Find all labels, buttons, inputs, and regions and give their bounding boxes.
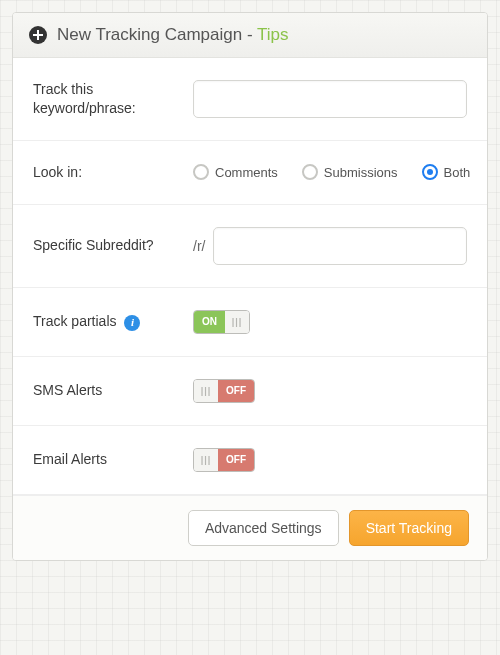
keyword-input[interactable] (193, 80, 467, 118)
plus-icon (29, 26, 47, 44)
toggle-off-label: OFF (218, 380, 254, 402)
row-look-in: Look in: Comments Submissions Both (13, 141, 487, 205)
sms-alerts-toggle[interactable]: ||| OFF (193, 379, 255, 403)
keyword-label: Track this keyword/phrase: (33, 80, 193, 118)
track-partials-toggle[interactable]: ON ||| (193, 310, 250, 334)
header-tips-link[interactable]: Tips (257, 25, 289, 44)
subreddit-prefix: /r/ (193, 238, 205, 254)
radio-both-label: Both (444, 165, 471, 180)
header-separator: - (242, 25, 257, 44)
new-campaign-panel: New Tracking Campaign - Tips Track this … (12, 12, 488, 561)
panel-footer: Advanced Settings Start Tracking (13, 495, 487, 560)
toggle-grip-icon: ||| (194, 380, 218, 402)
row-subreddit: Specific Subreddit? /r/ (13, 205, 487, 288)
radio-item-comments[interactable]: Comments (193, 164, 278, 180)
panel-header: New Tracking Campaign - Tips (13, 13, 487, 58)
toggle-grip-icon: ||| (194, 449, 218, 471)
radio-comments (193, 164, 209, 180)
radio-comments-label: Comments (215, 165, 278, 180)
sms-alerts-label: SMS Alerts (33, 381, 193, 400)
radio-item-both[interactable]: Both (422, 164, 471, 180)
toggle-on-label: ON (194, 311, 225, 333)
header-title: New Tracking Campaign (57, 25, 242, 44)
radio-both (422, 164, 438, 180)
panel-title: New Tracking Campaign - Tips (57, 25, 289, 45)
info-icon[interactable]: i (124, 315, 140, 331)
toggle-grip-icon: ||| (225, 311, 249, 333)
track-partials-label-wrap: Track partials i (33, 312, 193, 331)
look-in-label: Look in: (33, 163, 193, 182)
row-email-alerts: Email Alerts ||| OFF (13, 426, 487, 495)
row-track-partials: Track partials i ON ||| (13, 288, 487, 357)
advanced-settings-button[interactable]: Advanced Settings (188, 510, 339, 546)
email-alerts-toggle[interactable]: ||| OFF (193, 448, 255, 472)
look-in-radio-group: Comments Submissions Both (193, 164, 470, 180)
toggle-off-label: OFF (218, 449, 254, 471)
subreddit-label: Specific Subreddit? (33, 236, 193, 255)
start-tracking-button[interactable]: Start Tracking (349, 510, 469, 546)
subreddit-input[interactable] (213, 227, 467, 265)
radio-submissions-label: Submissions (324, 165, 398, 180)
row-sms-alerts: SMS Alerts ||| OFF (13, 357, 487, 426)
radio-submissions (302, 164, 318, 180)
track-partials-label: Track partials (33, 313, 117, 329)
email-alerts-label: Email Alerts (33, 450, 193, 469)
radio-item-submissions[interactable]: Submissions (302, 164, 398, 180)
row-keyword: Track this keyword/phrase: (13, 58, 487, 141)
